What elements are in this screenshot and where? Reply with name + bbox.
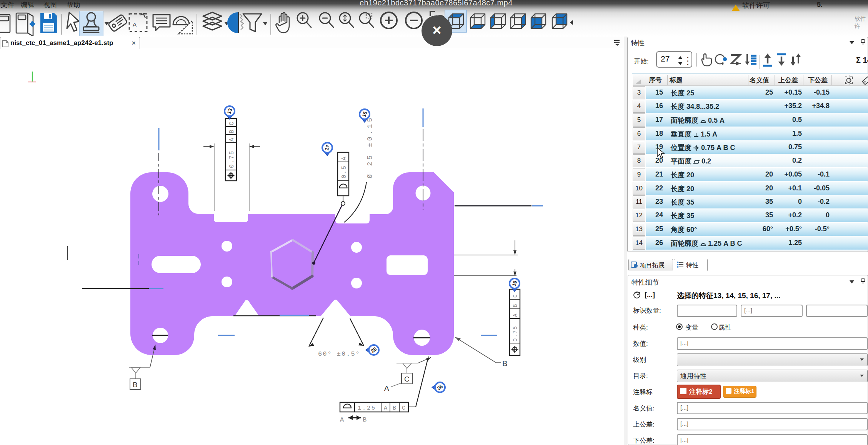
svg-text:B: B bbox=[512, 303, 518, 307]
svg-text:1.25: 1.25 bbox=[358, 405, 376, 412]
svg-text:C: C bbox=[228, 121, 235, 125]
svg-text:B: B bbox=[502, 359, 507, 368]
svg-text:A: A bbox=[133, 21, 137, 28]
svg-text:B: B bbox=[228, 129, 235, 133]
svg-text:A: A bbox=[512, 313, 518, 317]
svg-text:60° ±0.5°: 60° ±0.5° bbox=[318, 350, 360, 358]
svg-text:0.5: 0.5 bbox=[341, 165, 348, 178]
svg-text:B: B bbox=[363, 416, 367, 423]
svg-text:C: C bbox=[404, 375, 410, 383]
svg-text:0.75: 0.75 bbox=[228, 150, 235, 168]
svg-text:0.75: 0.75 bbox=[512, 325, 518, 342]
svg-text:B: B bbox=[133, 381, 138, 389]
svg-text:C: C bbox=[402, 405, 405, 412]
svg-text:A: A bbox=[228, 137, 235, 142]
svg-text:C: C bbox=[512, 294, 518, 298]
svg-text:A: A bbox=[384, 384, 389, 392]
svg-text:A: A bbox=[341, 156, 348, 160]
svg-text:A: A bbox=[384, 405, 387, 412]
svg-text:B: B bbox=[393, 405, 396, 412]
svg-text:A: A bbox=[340, 416, 344, 423]
svg-text:Ø 25 ±0.15: Ø 25 ±0.15 bbox=[366, 116, 374, 178]
